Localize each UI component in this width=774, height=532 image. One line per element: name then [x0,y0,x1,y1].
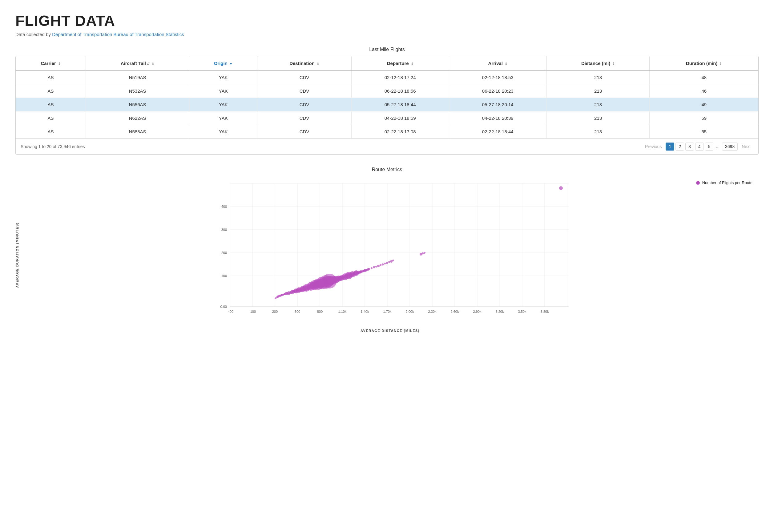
col-label: Arrival [488,61,503,66]
svg-text:2.00k: 2.00k [406,310,414,313]
cell-distance: 213 [546,98,650,111]
sort-icon: ⇕ [411,62,413,66]
cell-arrival: 02-12-18 18:53 [449,71,546,84]
prev-button[interactable]: Previous [642,143,664,150]
col-header-departure[interactable]: Departure⇕ [351,56,449,71]
svg-point-152 [386,262,388,264]
cell-carrier: AS [16,84,86,98]
col-label: Duration (min) [686,61,718,66]
cell-tail: N556AS [86,98,189,111]
next-button[interactable]: Next [739,143,753,150]
svg-point-157 [422,252,424,255]
table-row: ASN532ASYAKCDV06-22-18 18:5606-22-18 20:… [16,84,758,98]
svg-point-158 [424,252,425,254]
cell-carrier: AS [16,98,86,111]
sort-icon: ⇕ [316,62,319,66]
col-label: Destination [289,61,315,66]
cell-destination: CDV [257,98,351,111]
page-button-5[interactable]: 5 [705,143,714,151]
svg-text:2.60k: 2.60k [451,310,459,313]
svg-text:200: 200 [221,251,227,255]
sort-icon: ⇕ [612,62,615,66]
cell-destination: CDV [257,125,351,139]
col-header-tail[interactable]: Aircraft Tail #⇕ [86,56,189,71]
chart-area: AVERAGE DURATION (MINUTES) [15,177,759,333]
svg-text:2.90k: 2.90k [473,310,482,313]
svg-point-148 [377,265,380,267]
col-label: Distance (mi) [581,61,610,66]
svg-point-145 [371,267,373,269]
source-link[interactable]: Department of Transportation Bureau of T… [52,32,184,37]
cell-duration: 59 [650,111,758,125]
cell-carrier: AS [16,71,86,84]
svg-text:100: 100 [221,274,227,278]
cell-departure: 05-27-18 18:44 [351,98,449,111]
y-axis-label: AVERAGE DURATION (MINUTES) [15,222,19,288]
svg-text:1.10k: 1.10k [338,310,347,313]
cell-destination: CDV [257,71,351,84]
col-header-distance[interactable]: Distance (mi)⇕ [546,56,650,71]
cell-origin: YAK [189,111,257,125]
page-button-2[interactable]: 2 [675,143,684,151]
table-row: ASN588ASYAKCDV02-22-18 17:0802-22-18 18:… [16,125,758,139]
svg-text:800: 800 [317,310,323,313]
legend-label: Number of Flights per Route [702,180,752,185]
svg-text:0.00: 0.00 [220,305,227,308]
col-label: Aircraft Tail # [121,61,150,66]
cell-duration: 55 [650,125,758,139]
svg-point-153 [388,261,390,263]
page-title: FLIGHT DATA [15,12,759,29]
cell-destination: CDV [257,84,351,98]
x-axis-label: AVERAGE DISTANCE (MILES) [22,329,759,333]
sort-icon: ⇕ [719,62,722,66]
chart-legend: Number of Flights per Route [696,180,752,185]
cell-distance: 213 [546,71,650,84]
svg-text:200: 200 [272,310,278,313]
svg-point-159 [559,186,563,190]
chart-inner: 0.00 100 200 300 400 -400 -100 200 500 8… [22,177,759,333]
last-page-button[interactable]: 3698 [722,143,738,151]
page-button-3[interactable]: 3 [685,143,694,151]
cell-departure: 06-22-18 18:56 [351,84,449,98]
table-row: ASN622ASYAKCDV04-22-18 18:5904-22-18 20:… [16,111,758,125]
scatter-plot: 0.00 100 200 300 400 -400 -100 200 500 8… [22,177,759,325]
col-header-arrival[interactable]: Arrival⇕ [449,56,546,71]
col-label: Departure [387,61,409,66]
cell-origin: YAK [189,98,257,111]
table-row: ASN556ASYAKCDV05-27-18 18:4405-27-18 20:… [16,98,758,111]
col-header-destination[interactable]: Destination⇕ [257,56,351,71]
svg-text:300: 300 [221,228,227,232]
col-header-origin[interactable]: Origin▼ [189,56,257,71]
cell-arrival: 02-22-18 18:44 [449,125,546,139]
data-table-wrapper: Carrier⇕Aircraft Tail #⇕Origin▼Destinati… [15,56,759,155]
cell-duration: 46 [650,84,758,98]
svg-text:1.70k: 1.70k [383,310,392,313]
cell-arrival: 04-22-18 20:39 [449,111,546,125]
sort-icon: ⇕ [58,62,61,66]
cell-duration: 48 [650,71,758,84]
svg-text:400: 400 [221,205,227,208]
col-label: Origin [214,61,228,66]
chart-title: Route Metrics [15,167,759,172]
col-header-duration[interactable]: Duration (min)⇕ [650,56,758,71]
svg-text:2.30k: 2.30k [428,310,437,313]
cell-distance: 213 [546,125,650,139]
svg-point-147 [375,266,377,268]
svg-text:1.40k: 1.40k [361,310,369,313]
svg-point-149 [380,264,381,266]
sort-icon: ⇕ [151,62,154,66]
cell-carrier: AS [16,111,86,125]
cell-arrival: 05-27-18 20:14 [449,98,546,111]
pagination: Previous12345...3698Next [642,143,753,151]
cell-tail: N532AS [86,84,189,98]
cell-departure: 02-22-18 17:08 [351,125,449,139]
cell-distance: 213 [546,111,650,125]
sort-icon: ⇕ [505,62,507,66]
col-header-carrier[interactable]: Carrier⇕ [16,56,86,71]
cell-origin: YAK [189,84,257,98]
page-button-4[interactable]: 4 [695,143,704,151]
pagination-ellipsis: ... [715,143,721,150]
page-button-1[interactable]: 1 [666,143,674,151]
table-section-title: Last Mile Flights [15,47,759,52]
showing-text: Showing 1 to 20 of 73,946 entries [21,144,85,149]
